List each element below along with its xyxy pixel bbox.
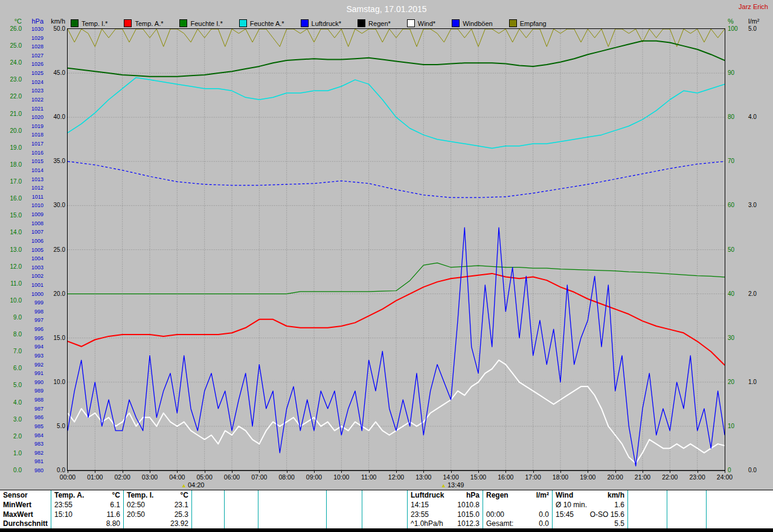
time-marker-label: 13:49 bbox=[447, 481, 464, 489]
table-cell bbox=[192, 519, 224, 528]
table-row-labels-column: SensorMinWertMaxWertDurchschnitt bbox=[0, 490, 51, 528]
legend-item-temp-a[interactable]: Temp. A.* bbox=[124, 19, 163, 27]
axis-unit-hpa: hPa bbox=[24, 18, 43, 25]
axis-tick-kmh: 25.0 bbox=[46, 247, 65, 253]
axis-tick-c: 5.0 bbox=[1, 382, 22, 388]
axis-tick-hpa: 1029 bbox=[24, 35, 43, 40]
x-axis-tick bbox=[369, 470, 370, 473]
legend-item-label: Luftdruck* bbox=[312, 20, 342, 27]
axis-tick-hpa: 987 bbox=[24, 406, 43, 411]
axis-tick-hpa: 1013 bbox=[24, 176, 43, 182]
axis-tick-kmh: 10.0 bbox=[46, 379, 65, 385]
legend-item-regen[interactable]: Regen* bbox=[358, 19, 391, 27]
axis-tick-lm2: 0.0 bbox=[748, 467, 769, 473]
plot-area bbox=[67, 28, 725, 471]
table-cell bbox=[667, 510, 706, 519]
sensor-unit: °C bbox=[181, 490, 188, 500]
axis-tick-pct: 10 bbox=[728, 423, 743, 429]
table-sensor-column-wind: Windkm/hØ 10 min.1.615:45O-SO 15.65.5 bbox=[553, 490, 628, 528]
table-cell bbox=[192, 500, 224, 510]
table-cell: 23.92 bbox=[124, 519, 191, 528]
value-time: ^1.0hPa/h bbox=[411, 519, 443, 528]
axis-tick-c: 7.0 bbox=[1, 348, 22, 354]
axis-tick-hpa: 998 bbox=[24, 309, 43, 314]
axis-tick-c: 21.0 bbox=[1, 111, 22, 117]
value-time: 15:10 bbox=[54, 510, 72, 519]
x-axis-tick bbox=[478, 470, 479, 473]
axis-tick-lm2: 5.0 bbox=[748, 26, 769, 32]
x-axis-tick-label: 19:00 bbox=[580, 473, 595, 481]
x-axis-tick bbox=[560, 470, 561, 473]
axis-tick-c: 20.0 bbox=[1, 128, 22, 134]
axis-tick-kmh: 5.0 bbox=[46, 423, 65, 429]
axis-tick-c: 22.0 bbox=[1, 94, 22, 100]
axis-tick-hpa: 990 bbox=[24, 379, 43, 385]
legend-item-label: Empfang bbox=[520, 20, 547, 27]
legend-item-label: Temp. I.* bbox=[82, 20, 107, 27]
legend-item-feuchte-a[interactable]: Feuchte A.* bbox=[239, 19, 284, 27]
axis-tick-hpa: 1001 bbox=[24, 282, 43, 287]
x-axis-tick-label: 04:00 bbox=[169, 473, 185, 481]
value-number: 5.5 bbox=[614, 519, 624, 528]
axis-tick-kmh: 0.0 bbox=[46, 467, 65, 473]
table-cell: 00:000.0 bbox=[483, 510, 552, 519]
x-axis-tick bbox=[177, 470, 178, 473]
axis-tick-hpa: 1006 bbox=[24, 238, 43, 243]
table-cell bbox=[667, 519, 706, 528]
page-title: Samstag, 17.01.2015 bbox=[0, 4, 773, 14]
x-axis-tick bbox=[588, 470, 588, 473]
bottom-bar bbox=[0, 528, 773, 532]
table-row-label: Durchschnitt bbox=[3, 519, 48, 528]
table-cell bbox=[628, 510, 667, 519]
axis-unit-lm2: l/m² bbox=[748, 18, 769, 25]
axis-tick-pct: 30 bbox=[728, 335, 743, 341]
x-axis-tick-label: 11:00 bbox=[361, 473, 377, 481]
sensor-unit: l/m² bbox=[536, 490, 549, 500]
legend-swatch-icon bbox=[124, 19, 132, 27]
legend-item-temp-i[interactable]: Temp. I.* bbox=[71, 19, 107, 27]
x-axis-tick bbox=[451, 470, 452, 473]
x-axis-tick bbox=[205, 470, 205, 473]
value-number: 0.0 bbox=[539, 510, 549, 519]
table-sensor-column-luftdruck: LuftdruckhPa14:151010.823:551015.0^1.0hP… bbox=[408, 490, 483, 528]
table-cell bbox=[707, 519, 773, 528]
axis-tick-pct: 90 bbox=[728, 70, 743, 76]
x-axis-tick bbox=[533, 470, 534, 473]
table-cell bbox=[362, 510, 407, 519]
legend-swatch-icon bbox=[452, 19, 460, 27]
legend-item-label: Windböen bbox=[463, 20, 493, 27]
x-axis-tick bbox=[68, 470, 68, 473]
table-cell bbox=[362, 500, 407, 510]
series-legend: Temp. I.*Temp. A.*Feuchte I.*Feuchte A.*… bbox=[71, 19, 547, 27]
legend-item-empfang[interactable]: Empfang bbox=[509, 19, 547, 27]
axis-tick-c: 4.0 bbox=[1, 400, 22, 406]
legend-item-label: Wind* bbox=[418, 20, 435, 27]
table-cell: 20:5025.3 bbox=[124, 510, 191, 519]
legend-item-wind[interactable]: Wind* bbox=[407, 19, 435, 27]
table-empty-column bbox=[362, 490, 408, 528]
table-row-label: MaxWert bbox=[3, 510, 33, 519]
axis-tick-hpa: 1016 bbox=[24, 150, 43, 155]
x-axis-tick-label: 12:00 bbox=[388, 473, 404, 481]
table-cell bbox=[707, 490, 773, 500]
axis-tick-hpa: 1021 bbox=[24, 106, 43, 111]
legend-item-luftdruck[interactable]: Luftdruck* bbox=[301, 19, 342, 27]
axis-tick-c: 19.0 bbox=[1, 145, 22, 151]
table-cell bbox=[628, 519, 667, 528]
legend-swatch-icon bbox=[407, 19, 415, 27]
axis-tick-hpa: 983 bbox=[24, 441, 43, 447]
x-axis-tick bbox=[314, 470, 315, 473]
axis-tick-pct: 70 bbox=[728, 158, 743, 164]
legend-item-label: Feuchte I.* bbox=[190, 20, 222, 27]
x-axis-tick bbox=[615, 470, 616, 473]
table-cell bbox=[225, 510, 258, 519]
legend-item-windb-en[interactable]: Windböen bbox=[452, 19, 493, 27]
table-cell bbox=[667, 500, 706, 510]
table-empty-column bbox=[327, 490, 362, 528]
axis-tick-c: 6.0 bbox=[1, 365, 22, 371]
axis-tick-lm2: 4.0 bbox=[748, 114, 769, 120]
legend-item-feuchte-i[interactable]: Feuchte I.* bbox=[179, 19, 222, 27]
x-axis-tick-label: 17:00 bbox=[525, 473, 541, 481]
value-number: 1010.8 bbox=[457, 500, 480, 510]
table-cell: Regenl/m² bbox=[483, 490, 552, 500]
